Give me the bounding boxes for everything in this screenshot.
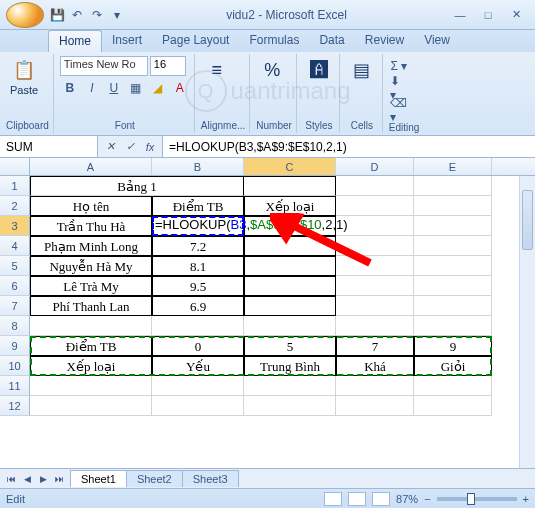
page-layout-view-button[interactable] [348, 492, 366, 506]
cell[interactable] [336, 176, 414, 196]
cell[interactable] [414, 216, 492, 236]
cell[interactable]: 9 [414, 336, 492, 356]
cell[interactable]: 7.2 [152, 236, 244, 256]
cell[interactable]: 6.9 [152, 296, 244, 316]
spreadsheet-grid[interactable]: A B C D E 1 Bảng 1 2 Họ tên Điểm TB Xếp … [0, 158, 535, 468]
cell[interactable] [244, 376, 336, 396]
row-header[interactable]: 3 [0, 216, 30, 236]
row-header[interactable]: 2 [0, 196, 30, 216]
cell[interactable]: 7 [336, 336, 414, 356]
row-header[interactable]: 6 [0, 276, 30, 296]
minimize-button[interactable]: — [447, 6, 473, 24]
office-button[interactable] [6, 2, 44, 28]
cell[interactable] [336, 396, 414, 416]
autosum-button[interactable]: Σ ▾ [389, 56, 409, 76]
fx-icon[interactable]: fx [142, 139, 158, 155]
col-header-d[interactable]: D [336, 158, 414, 175]
cell[interactable]: 8.1 [152, 256, 244, 276]
cell[interactable]: 0 [152, 336, 244, 356]
first-sheet-icon[interactable]: ⏮ [4, 472, 18, 486]
row-header[interactable]: 11 [0, 376, 30, 396]
save-icon[interactable]: 💾 [48, 6, 66, 24]
cell[interactable]: Nguyễn Hà My [30, 256, 152, 276]
zoom-thumb[interactable] [467, 493, 475, 505]
redo-icon[interactable]: ↷ [88, 6, 106, 24]
cell[interactable]: Lê Trà My [30, 276, 152, 296]
cell[interactable]: Khá [336, 356, 414, 376]
row-header[interactable]: 5 [0, 256, 30, 276]
cell[interactable]: Xếp loại [30, 356, 152, 376]
cell[interactable] [244, 176, 336, 196]
normal-view-button[interactable] [324, 492, 342, 506]
cell[interactable] [414, 276, 492, 296]
underline-button[interactable]: U [104, 78, 124, 98]
name-box[interactable]: SUM [0, 136, 98, 157]
enter-formula-icon[interactable]: ✓ [122, 139, 138, 155]
col-header-c[interactable]: C [244, 158, 336, 175]
cell[interactable]: Bảng 1 [30, 176, 244, 196]
cell[interactable] [336, 316, 414, 336]
tab-data[interactable]: Data [309, 30, 354, 52]
zoom-slider[interactable] [437, 497, 517, 501]
cell[interactable] [414, 176, 492, 196]
cell[interactable] [152, 396, 244, 416]
cell[interactable]: Điểm TB [30, 336, 152, 356]
cell[interactable] [244, 316, 336, 336]
zoom-out-button[interactable]: − [424, 493, 430, 505]
number-button[interactable]: % [256, 56, 288, 84]
cell[interactable] [30, 316, 152, 336]
last-sheet-icon[interactable]: ⏭ [52, 472, 66, 486]
cell[interactable] [244, 276, 336, 296]
alignment-button[interactable]: ≡ [201, 56, 233, 84]
cell[interactable] [414, 236, 492, 256]
next-sheet-icon[interactable]: ▶ [36, 472, 50, 486]
cell[interactable] [414, 396, 492, 416]
cell[interactable] [30, 376, 152, 396]
row-header[interactable]: 7 [0, 296, 30, 316]
formula-input[interactable]: =HLOOKUP(B3,$A$9:$E$10,2,1) [163, 136, 535, 157]
cell[interactable]: 9.5 [152, 276, 244, 296]
cell[interactable]: 5 [244, 336, 336, 356]
row-header[interactable]: 8 [0, 316, 30, 336]
clear-button[interactable]: ⌫ ▾ [389, 100, 409, 120]
tab-home[interactable]: Home [48, 30, 102, 52]
prev-sheet-icon[interactable]: ◀ [20, 472, 34, 486]
undo-icon[interactable]: ↶ [68, 6, 86, 24]
row-header[interactable]: 4 [0, 236, 30, 256]
row-header[interactable]: 1 [0, 176, 30, 196]
col-header-a[interactable]: A [30, 158, 152, 175]
cell[interactable] [30, 396, 152, 416]
cell[interactable]: Yếu [152, 356, 244, 376]
font-color-button[interactable]: A [170, 78, 190, 98]
fill-button[interactable]: ⬇ ▾ [389, 78, 409, 98]
bold-button[interactable]: B [60, 78, 80, 98]
border-button[interactable]: ▦ [126, 78, 146, 98]
cancel-formula-icon[interactable]: ✕ [102, 139, 118, 155]
row-header[interactable]: 9 [0, 336, 30, 356]
cell[interactable]: Giỏi [414, 356, 492, 376]
cell[interactable] [152, 316, 244, 336]
close-button[interactable]: ✕ [503, 6, 529, 24]
select-all-corner[interactable] [0, 158, 30, 175]
cell[interactable]: Điểm TB [152, 196, 244, 216]
sheet-tab-3[interactable]: Sheet3 [182, 470, 239, 487]
page-break-view-button[interactable] [372, 492, 390, 506]
cell[interactable] [336, 296, 414, 316]
cell[interactable] [414, 376, 492, 396]
col-header-e[interactable]: E [414, 158, 492, 175]
zoom-percent[interactable]: 87% [396, 493, 418, 505]
vertical-scrollbar[interactable] [519, 176, 535, 468]
cell[interactable]: Phí Thanh Lan [30, 296, 152, 316]
cell[interactable] [414, 256, 492, 276]
styles-button[interactable]: 🅰 [303, 56, 335, 84]
cell[interactable]: Trung Bình [244, 356, 336, 376]
cell[interactable] [336, 276, 414, 296]
tab-view[interactable]: View [414, 30, 460, 52]
tab-review[interactable]: Review [355, 30, 414, 52]
row-header[interactable]: 12 [0, 396, 30, 416]
cell[interactable] [336, 376, 414, 396]
cell[interactable] [244, 296, 336, 316]
cell[interactable] [244, 396, 336, 416]
row-header[interactable]: 10 [0, 356, 30, 376]
tab-insert[interactable]: Insert [102, 30, 152, 52]
